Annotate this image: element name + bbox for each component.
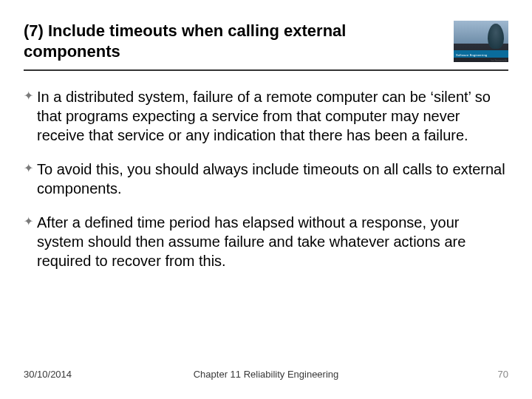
bullet-text: In a distributed system, failure of a re…: [37, 87, 505, 145]
slide-footer: 30/10/2014 Chapter 11 Reliability Engine…: [24, 369, 508, 380]
footer-chapter: Chapter 11 Reliability Engineering: [24, 369, 508, 380]
book-cover-thumbnail: Software Engineering Ian Sommerville: [454, 21, 508, 62]
building-graphic: [488, 24, 504, 49]
cover-subtext: Ian Sommerville: [491, 59, 507, 62]
diamond-bullet-icon: ✦: [24, 213, 37, 231]
bullet-list: ✦ In a distributed system, failure of a …: [24, 87, 508, 270]
bullet-text: To avoid this, you should always include…: [37, 160, 505, 198]
cover-band-text: Software Engineering: [456, 53, 487, 57]
list-item: ✦ To avoid this, you should always inclu…: [24, 160, 505, 198]
slide: (7) Include timeouts when calling extern…: [0, 0, 532, 399]
slide-header: (7) Include timeouts when calling extern…: [24, 21, 508, 71]
list-item: ✦ After a defined time period has elapse…: [24, 213, 505, 270]
slide-title: (7) Include timeouts when calling extern…: [24, 21, 454, 61]
bullet-text: After a defined time period has elapsed …: [37, 213, 505, 270]
diamond-bullet-icon: ✦: [24, 87, 37, 105]
list-item: ✦ In a distributed system, failure of a …: [24, 87, 505, 145]
diamond-bullet-icon: ✦: [24, 160, 37, 177]
